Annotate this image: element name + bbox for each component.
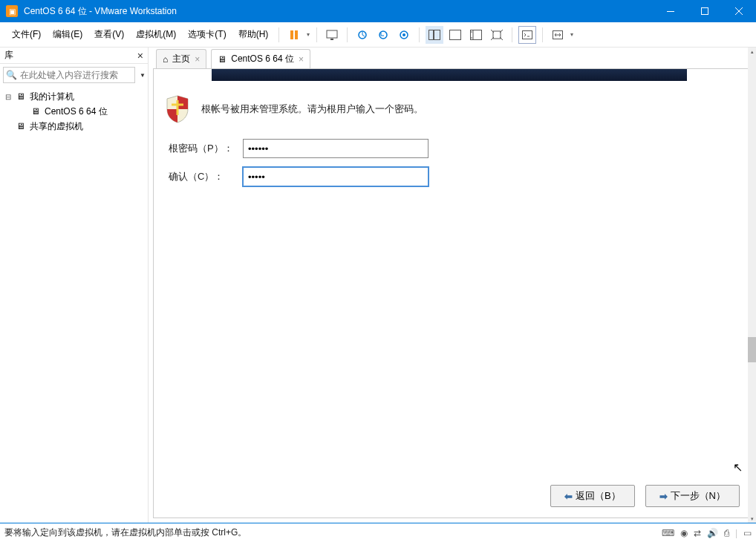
monitor-icon (326, 30, 338, 40)
menu-edit[interactable]: 编辑(E) (47, 25, 88, 44)
separator (419, 27, 420, 42)
shield-icon (164, 94, 191, 124)
stretch-guest-button[interactable] (549, 26, 567, 44)
installer-content: 根帐号被用来管理系统。请为根用户输入一个密码。 根密码（P）： 确认（C）： (164, 94, 740, 195)
scroll-down-button[interactable]: ▾ (748, 515, 756, 523)
tab-strip: ⌂ 主页 × 🖥 CentOS 6 64 位 × (149, 48, 755, 68)
svg-rect-15 (523, 30, 532, 39)
printer-icon[interactable]: ⎙ (724, 528, 729, 538)
confirm-password-input[interactable] (243, 167, 428, 186)
tree-label: CentOS 6 64 位 (45, 105, 108, 118)
menu-vm[interactable]: 虚拟机(M) (130, 25, 182, 44)
statusbar: 要将输入定向到该虚拟机，请在虚拟机内部单击或按 Ctrl+G。 ⌨ ◉ ⇄ 🔊 … (0, 523, 756, 542)
fullscreen-exit-icon (491, 30, 503, 40)
svg-rect-10 (429, 30, 434, 39)
vm-tab-icon: 🖥 (218, 54, 227, 65)
back-button[interactable]: ⬅ 返回（B） (550, 485, 635, 507)
sound-icon[interactable]: 🔊 (707, 528, 718, 538)
cd-icon[interactable]: ◉ (680, 528, 688, 538)
library-search-input[interactable] (3, 67, 135, 83)
minimize-button[interactable] (654, 0, 688, 22)
messages-icon[interactable]: ▭ (743, 528, 752, 538)
back-button-label: 返回（B） (576, 489, 621, 503)
confirm-password-label: 确认（C）： (169, 170, 243, 183)
pause-button[interactable] (285, 26, 303, 44)
status-message: 要将输入定向到该虚拟机，请在虚拟机内部单击或按 Ctrl+G。 (4, 526, 662, 539)
menu-view[interactable]: 查看(V) (88, 25, 130, 44)
snapshot-button[interactable] (353, 26, 371, 44)
vm-icon: 🖥 (30, 106, 42, 117)
arrow-right-icon: ➡ (659, 491, 668, 502)
tab-centos[interactable]: 🖥 CentOS 6 64 位 × (211, 49, 310, 68)
tab-label: CentOS 6 64 位 (231, 53, 294, 65)
root-password-label: 根密码（P）： (169, 142, 243, 155)
library-header: 库 × (0, 48, 148, 64)
snapshot-manage-button[interactable] (395, 26, 413, 44)
library-close-button[interactable]: × (137, 50, 143, 62)
stretch-dropdown[interactable]: ▾ (568, 31, 576, 38)
maximize-button[interactable] (688, 0, 722, 22)
svg-rect-11 (434, 30, 440, 39)
view-unity-button[interactable] (467, 26, 485, 44)
arrow-left-icon: ⬅ (564, 491, 573, 502)
tab-close-button[interactable]: × (195, 54, 200, 65)
svg-rect-3 (295, 30, 298, 39)
installer-top-banner (212, 69, 687, 81)
tree-item-my-computer[interactable]: ⊟ 🖥 我的计算机 (0, 89, 148, 104)
svg-rect-14 (493, 31, 501, 39)
installer-instruction: 根帐号被用来管理系统。请为根用户输入一个密码。 (201, 102, 423, 116)
right-scrollbar[interactable]: ▴ ▾ (748, 48, 756, 523)
next-button[interactable]: ➡ 下一步（N） (645, 485, 740, 507)
next-button-label: 下一步（N） (671, 489, 726, 503)
separator (347, 27, 348, 42)
tree-item-centos[interactable]: 🖥 CentOS 6 64 位 (0, 104, 148, 119)
view-thumbnail-button[interactable] (426, 26, 443, 44)
svg-rect-5 (330, 39, 333, 40)
svg-rect-1 (702, 8, 708, 15)
library-search-dropdown[interactable]: ▼ (138, 72, 147, 79)
send-ctrl-alt-del-button[interactable] (323, 26, 341, 44)
svg-rect-13 (471, 30, 482, 39)
separator (316, 27, 317, 42)
separator (278, 27, 279, 42)
maximize-icon (701, 7, 708, 15)
library-title: 库 (4, 49, 137, 62)
device-tray: ⌨ ◉ ⇄ 🔊 ⎙ | ▭ (662, 528, 752, 538)
close-button[interactable] (722, 0, 756, 22)
snapshot-revert-button[interactable] (374, 26, 392, 44)
pause-dropdown[interactable]: ▾ (304, 31, 312, 38)
network-icon[interactable]: ⇄ (694, 528, 701, 538)
tab-close-button[interactable]: × (299, 54, 304, 65)
svg-rect-4 (327, 30, 337, 38)
hard-disk-icon[interactable]: ⌨ (662, 528, 674, 538)
scroll-thumb[interactable] (748, 337, 756, 362)
home-icon: ⌂ (163, 54, 168, 65)
tab-label: 主页 (172, 53, 190, 65)
tab-home[interactable]: ⌂ 主页 × (156, 49, 206, 68)
menu-help[interactable]: 帮助(H) (232, 25, 275, 44)
vmware-app-icon: ▣ (6, 5, 18, 17)
vm-console[interactable]: 根帐号被用来管理系统。请为根用户输入一个密码。 根密码（P）： 确认（C）： ⬅ (153, 68, 751, 518)
root-password-input[interactable] (243, 139, 428, 158)
tree-item-shared-vms[interactable]: 🖥 共享的虚拟机 (0, 119, 148, 134)
thumbnail-icon (428, 30, 440, 40)
snapshot-revert-icon (378, 30, 388, 40)
svg-point-9 (403, 33, 405, 36)
view-fullscreen-button[interactable] (488, 26, 506, 44)
menu-tabs[interactable]: 选项卡(T) (182, 25, 232, 44)
snapshot-take-icon (357, 30, 368, 40)
tree-label: 共享的虚拟机 (30, 120, 83, 133)
scroll-up-button[interactable]: ▴ (748, 48, 756, 56)
snapshot-manage-icon (399, 30, 409, 40)
shared-vm-icon: 🖥 (15, 121, 27, 131)
console-view-button[interactable] (518, 26, 536, 44)
separator (512, 27, 512, 42)
library-panel: 库 × 🔍 ▼ ⊟ 🖥 我的计算机 🖥 CentOS 6 64 位 🖥 (0, 48, 149, 523)
separator (542, 27, 543, 42)
pause-icon (289, 30, 299, 40)
library-tree: ⊟ 🖥 我的计算机 🖥 CentOS 6 64 位 🖥 共享的虚拟机 (0, 86, 148, 523)
window-title: CentOS 6 64 位 - VMware Workstation (24, 5, 654, 18)
tree-twisty-icon[interactable]: ⊟ (4, 93, 12, 101)
view-single-button[interactable] (446, 26, 464, 44)
menu-file[interactable]: 文件(F) (6, 25, 47, 44)
